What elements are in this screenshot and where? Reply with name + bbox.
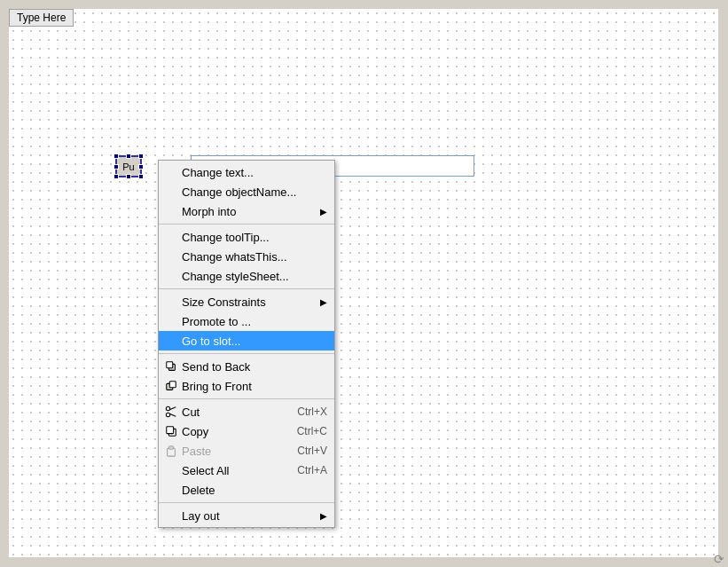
menu-item-paste: PasteCtrl+V <box>159 441 334 461</box>
button-label: Pu <box>122 161 134 172</box>
change-whatsthis-label: Change whatsThis... <box>182 250 287 264</box>
menu-item-delete[interactable]: Delete <box>159 480 334 500</box>
type-here-label: Type Here <box>17 12 66 24</box>
handle-tr <box>138 154 144 159</box>
bring-to-front-label: Bring to Front <box>182 380 252 393</box>
morph-into-arrow: ▶ <box>320 207 327 217</box>
handle-br <box>138 174 144 179</box>
svg-rect-11 <box>168 446 173 450</box>
cut-icon <box>163 404 179 420</box>
handle-bm <box>126 174 131 179</box>
svg-line-6 <box>169 407 176 410</box>
send-to-back-label: Send to Back <box>182 360 250 374</box>
handle-bl <box>114 174 119 179</box>
separator-after-change-stylesheet <box>159 288 334 289</box>
change-text-label: Change text... <box>182 166 254 179</box>
handle-ml <box>114 164 119 169</box>
lay-out-arrow: ▶ <box>320 511 327 521</box>
type-here-tab: Type Here <box>9 9 74 27</box>
menu-item-change-whatsthis[interactable]: Change whatsThis... <box>159 247 334 266</box>
svg-rect-10 <box>168 448 176 456</box>
promote-to-label: Promote to ... <box>182 315 251 328</box>
copy-shortcut: Ctrl+C <box>297 425 327 437</box>
menu-item-copy[interactable]: CopyCtrl+C <box>159 421 334 441</box>
send-to-back-icon <box>163 358 179 374</box>
bring-to-front-icon <box>163 378 179 394</box>
menu-item-select-all[interactable]: Select AllCtrl+A <box>159 461 334 480</box>
select-all-label: Select All <box>182 464 229 477</box>
separator-after-go-to-slot <box>159 353 334 354</box>
menu-item-cut[interactable]: CutCtrl+X <box>159 402 334 421</box>
cut-label: Cut <box>182 406 200 419</box>
menu-item-change-text[interactable]: Change text... <box>159 162 334 182</box>
separator-after-morph-into <box>159 224 334 224</box>
menu-item-lay-out[interactable]: Lay out▶ <box>159 506 334 525</box>
handle-mr <box>138 164 144 169</box>
context-menu: Change text...Change objectName...Morph … <box>158 160 335 528</box>
button-widget[interactable]: Pu <box>115 155 142 177</box>
menu-item-send-to-back[interactable]: Send to Back <box>159 357 334 376</box>
change-stylesheet-label: Change styleSheet... <box>182 270 289 283</box>
svg-point-5 <box>166 413 169 416</box>
select-all-shortcut: Ctrl+A <box>297 464 327 476</box>
paste-icon <box>163 443 179 459</box>
menu-item-change-tooltip[interactable]: Change toolTip... <box>159 227 334 247</box>
menu-item-change-stylesheet[interactable]: Change styleSheet... <box>159 266 334 286</box>
size-constraints-arrow: ▶ <box>320 297 327 307</box>
change-tooltip-label: Change toolTip... <box>182 231 270 244</box>
change-object-name-label: Change objectName... <box>182 185 296 199</box>
resize-handle: ⟳ <box>714 553 724 563</box>
cut-shortcut: Ctrl+X <box>297 406 327 418</box>
lay-out-label: Lay out <box>182 509 220 523</box>
separator-after-delete <box>159 502 334 503</box>
svg-line-7 <box>169 413 176 416</box>
copy-label: Copy <box>182 425 208 438</box>
go-to-slot-label: Go to slot... <box>182 335 240 348</box>
delete-label: Delete <box>182 484 215 497</box>
copy-icon <box>163 423 179 439</box>
handle-tl <box>114 154 119 159</box>
svg-point-4 <box>166 406 169 410</box>
menu-item-change-object-name[interactable]: Change objectName... <box>159 182 334 201</box>
paste-label: Paste <box>182 445 211 458</box>
svg-rect-1 <box>167 362 173 368</box>
menu-item-morph-into[interactable]: Morph into▶ <box>159 201 334 221</box>
separator-after-bring-to-front <box>159 398 334 399</box>
size-constraints-label: Size Constraints <box>182 295 266 309</box>
menu-item-size-constraints[interactable]: Size Constraints▶ <box>159 292 334 311</box>
svg-rect-3 <box>169 382 176 388</box>
menu-item-go-to-slot[interactable]: Go to slot... <box>159 331 334 350</box>
menu-item-bring-to-front[interactable]: Bring to Front <box>159 376 334 396</box>
menu-item-promote-to[interactable]: Promote to ... <box>159 311 334 331</box>
morph-into-label: Morph into <box>182 205 236 218</box>
handle-tm <box>126 154 131 159</box>
paste-shortcut: Ctrl+V <box>297 445 327 457</box>
design-surface <box>9 9 718 557</box>
svg-rect-9 <box>167 427 174 434</box>
